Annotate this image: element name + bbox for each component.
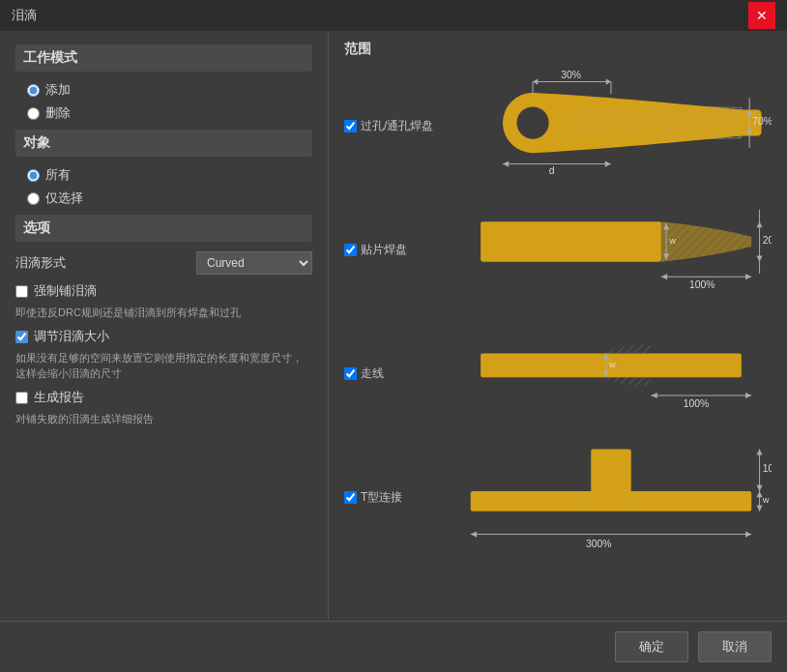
svg-text:100%: 100% <box>689 279 715 290</box>
add-radio[interactable] <box>27 84 40 97</box>
smd-checkbox[interactable] <box>344 244 357 256</box>
svg-marker-18 <box>605 161 611 166</box>
force-label: 强制铺泪滴 <box>34 282 97 300</box>
trace-checkbox[interactable] <box>344 367 357 380</box>
left-panel: 工作模式 添加 删除 对象 所有 仅 <box>0 31 329 621</box>
svg-text:d: d <box>549 165 555 176</box>
add-radio-item[interactable]: 添加 <box>27 81 312 99</box>
work-mode-group: 添加 删除 <box>27 81 312 122</box>
footer: 确定 取消 <box>0 621 787 672</box>
svg-text:70%: 70% <box>752 116 772 127</box>
svg-text:w: w <box>608 360 616 369</box>
svg-marker-31 <box>661 274 667 279</box>
preview-grid: 过孔/通孔焊盘 <box>344 68 772 555</box>
select-radio[interactable] <box>27 192 40 205</box>
via-svg: 30% 70% <box>451 68 772 178</box>
svg-marker-24 <box>756 255 762 261</box>
tjoint-preview-row: T型连接 <box>344 439 772 555</box>
report-label: 生成报告 <box>34 389 84 406</box>
options-header: 选项 <box>15 215 312 242</box>
svg-marker-41 <box>652 393 657 398</box>
tjoint-svg: 100% w 300% <box>451 439 772 560</box>
smd-label: 贴片焊盘 <box>361 242 407 258</box>
svg-marker-9 <box>533 78 538 84</box>
adjust-label: 调节泪滴大小 <box>34 328 109 345</box>
smd-svg: 200% w 100% <box>451 191 772 292</box>
svg-text:100%: 100% <box>684 398 710 409</box>
smd-preview-row: 贴片焊盘 <box>344 191 772 307</box>
dialog: 泪滴 ✕ 工作模式 添加 删除 对象 <box>0 0 787 672</box>
right-header: 范围 <box>344 41 772 58</box>
svg-marker-17 <box>503 161 509 166</box>
svg-marker-57 <box>745 531 751 537</box>
svg-text:300%: 300% <box>586 539 612 549</box>
adjust-checkbox[interactable] <box>15 331 28 343</box>
report-subtext: 对铺失败的泪滴生成详细报告 <box>15 412 312 426</box>
trace-preview-row: 走线 <box>344 315 772 431</box>
svg-text:w: w <box>762 495 770 505</box>
via-checkbox[interactable] <box>344 120 357 132</box>
svg-rect-44 <box>471 491 752 511</box>
via-label: 过孔/通孔焊盘 <box>361 118 433 134</box>
svg-rect-20 <box>481 221 661 262</box>
report-checkbox[interactable] <box>15 392 28 404</box>
svg-text:30%: 30% <box>561 70 581 80</box>
select-radio-item[interactable]: 仅选择 <box>27 190 312 207</box>
report-checkbox-item[interactable]: 生成报告 <box>15 389 312 406</box>
teardrop-style-row: 泪滴形式 Curved Straight <box>15 251 312 275</box>
all-label: 所有 <box>45 166 71 184</box>
ok-button[interactable]: 确定 <box>615 631 688 662</box>
force-subtext: 即使违反DRC规则还是铺泪滴到所有焊盘和过孔 <box>15 306 312 320</box>
svg-rect-45 <box>591 449 631 493</box>
close-button[interactable]: ✕ <box>748 2 775 29</box>
content-area: 工作模式 添加 删除 对象 所有 仅 <box>0 31 787 621</box>
smd-label-container: 贴片焊盘 <box>344 242 441 258</box>
tjoint-checkbox[interactable] <box>344 491 357 504</box>
object-group: 所有 仅选择 <box>27 166 312 207</box>
dialog-title: 泪滴 <box>12 7 37 24</box>
tjoint-preview: 100% w 300% <box>451 439 772 555</box>
object-header: 对象 <box>15 130 312 157</box>
right-panel: 范围 过孔/通孔焊盘 <box>329 31 787 621</box>
via-preview-row: 过孔/通孔焊盘 <box>344 68 772 184</box>
trace-preview: w 100% <box>451 315 772 431</box>
teardrop-style-select[interactable]: Curved Straight <box>196 251 312 275</box>
svg-marker-53 <box>756 505 762 511</box>
via-preview: 30% 70% <box>451 68 772 184</box>
via-label-container: 过孔/通孔焊盘 <box>344 118 441 134</box>
svg-point-4 <box>516 106 548 138</box>
trace-label-container: 走线 <box>344 365 441 382</box>
svg-marker-23 <box>756 221 762 227</box>
trace-svg: w 100% <box>451 315 772 416</box>
svg-marker-52 <box>756 491 762 497</box>
svg-marker-42 <box>745 393 751 398</box>
delete-radio-item[interactable]: 删除 <box>27 104 312 122</box>
svg-marker-56 <box>471 531 477 537</box>
delete-label: 删除 <box>45 104 71 122</box>
delete-radio[interactable] <box>27 107 40 120</box>
svg-marker-10 <box>606 78 611 84</box>
select-label: 仅选择 <box>45 190 83 207</box>
cancel-button[interactable]: 取消 <box>698 631 772 662</box>
svg-text:100%: 100% <box>763 463 772 474</box>
force-checkbox-item[interactable]: 强制铺泪滴 <box>15 282 312 300</box>
svg-text:w: w <box>668 236 676 246</box>
adjust-subtext: 如果没有足够的空间来放置它则使用指定的长度和宽度尺寸，这样会缩小泪滴的尺寸 <box>15 351 312 381</box>
all-radio-item[interactable]: 所有 <box>27 166 312 184</box>
force-checkbox[interactable] <box>15 285 28 298</box>
trace-label: 走线 <box>361 365 384 382</box>
svg-marker-32 <box>745 274 751 279</box>
tjoint-label: T型连接 <box>361 489 402 506</box>
svg-text:200%: 200% <box>763 235 772 246</box>
smd-preview: 200% w 100% <box>451 191 772 307</box>
all-radio[interactable] <box>27 169 40 182</box>
teardrop-style-label: 泪滴形式 <box>15 254 196 272</box>
svg-marker-49 <box>756 485 762 491</box>
svg-marker-48 <box>756 449 762 454</box>
add-label: 添加 <box>45 81 71 99</box>
adjust-checkbox-item[interactable]: 调节泪滴大小 <box>15 328 312 345</box>
work-mode-header: 工作模式 <box>15 44 312 72</box>
tjoint-label-container: T型连接 <box>344 489 441 506</box>
title-bar: 泪滴 ✕ <box>0 0 787 31</box>
